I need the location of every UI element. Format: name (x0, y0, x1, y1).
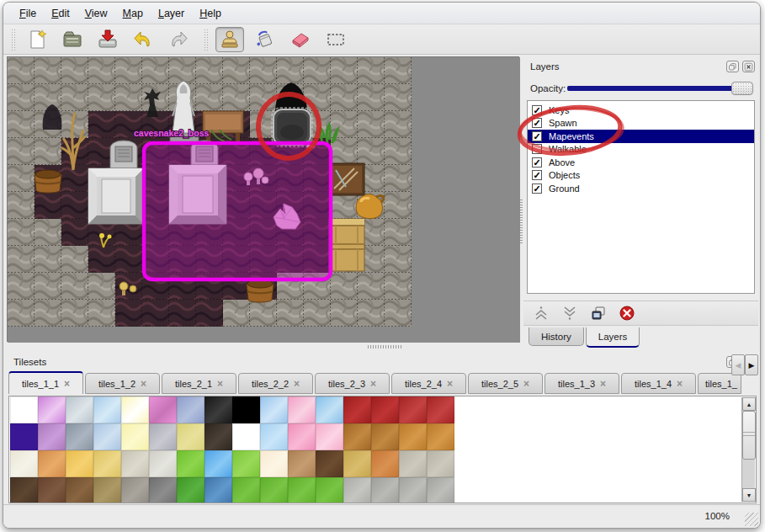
palette-tile[interactable] (66, 450, 93, 477)
menu-help[interactable]: Help (192, 5, 229, 22)
palette-tile[interactable] (343, 396, 371, 423)
palette-tile[interactable] (205, 477, 232, 503)
menu-view[interactable]: View (77, 5, 115, 22)
palette-tile[interactable] (10, 396, 38, 423)
tab-scroll-left-button[interactable]: ◀ (731, 354, 745, 375)
palette-tile[interactable] (93, 396, 121, 423)
opacity-slider-handle[interactable] (731, 82, 753, 95)
palette-tile[interactable] (205, 450, 232, 477)
map-canvas[interactable]: cavesnake2_boss (7, 56, 519, 342)
palette-tile[interactable] (343, 450, 371, 477)
menu-layer[interactable]: Layer (151, 5, 192, 22)
palette-tile[interactable] (288, 423, 316, 450)
move-layer-down-button[interactable] (560, 304, 579, 322)
select-tool-button[interactable] (321, 27, 350, 52)
palette-tile[interactable] (316, 423, 343, 450)
opacity-slider-track[interactable] (567, 86, 753, 91)
menu-map[interactable]: Map (115, 5, 151, 22)
palette-tile[interactable] (371, 423, 399, 450)
palette-tile[interactable] (288, 450, 316, 477)
close-panel-icon[interactable] (742, 61, 755, 72)
tab-close-icon[interactable]: × (294, 378, 300, 390)
palette-tile[interactable] (371, 396, 399, 423)
save-file-button[interactable] (93, 27, 122, 52)
palette-tile[interactable] (371, 477, 399, 503)
tileset-tab-tiles_1_1[interactable]: tiles_1_1× (8, 371, 83, 394)
tileset-tab-tiles_1[interactable]: tiles_1_ (698, 373, 741, 394)
stamp-tool-button[interactable] (215, 27, 244, 52)
palette-tile[interactable] (38, 423, 66, 450)
palette-tile[interactable] (121, 450, 149, 477)
layer-row-walkable[interactable]: Walkable (528, 143, 754, 157)
tab-close-icon[interactable]: × (141, 378, 146, 390)
tab-close-icon[interactable]: × (370, 378, 376, 390)
palette-tile[interactable] (260, 396, 288, 423)
palette-tile[interactable] (66, 423, 93, 450)
layer-row-objects[interactable]: ✓Objects (528, 169, 754, 183)
palette-tile[interactable] (316, 450, 343, 477)
palette-tile[interactable] (399, 477, 427, 503)
palette-tile[interactable] (232, 450, 260, 477)
palette-tile[interactable] (177, 477, 205, 503)
layer-row-above[interactable]: ✓Above (528, 156, 754, 169)
fill-tool-button[interactable] (251, 27, 279, 52)
move-layer-up-button[interactable] (532, 304, 550, 322)
tab-close-icon[interactable]: × (64, 378, 70, 390)
tileset-tab-tiles_2_5[interactable]: tiles_2_5× (468, 373, 543, 394)
layer-checkbox-checked[interactable]: ✓ (532, 118, 542, 128)
palette-tile[interactable] (427, 450, 454, 477)
layer-checkbox-unchecked[interactable] (532, 144, 542, 154)
palette-tile[interactable] (66, 396, 93, 423)
palette-tile[interactable] (260, 450, 288, 477)
palette-tile[interactable] (177, 396, 205, 423)
palette-scrollbar[interactable]: ▲ ▼ (741, 397, 755, 502)
palette-tile[interactable] (343, 423, 371, 450)
menu-file[interactable]: File (12, 5, 44, 22)
palette-tile[interactable] (177, 423, 205, 450)
palette-tile[interactable] (427, 423, 454, 450)
palette-tile[interactable] (316, 396, 343, 423)
palette-tile[interactable] (205, 423, 232, 450)
palette-tile[interactable] (288, 396, 316, 423)
layer-checkbox-checked[interactable]: ✓ (532, 157, 542, 168)
palette-tile[interactable] (343, 477, 371, 503)
palette-tile[interactable] (10, 450, 38, 477)
palette-tile[interactable] (93, 477, 121, 503)
palette-tile[interactable] (232, 396, 260, 423)
palette-tile[interactable] (260, 423, 288, 450)
tab-close-icon[interactable]: × (677, 378, 683, 390)
palette-tile[interactable] (371, 450, 399, 477)
palette-tile[interactable] (177, 450, 205, 477)
palette-tile[interactable] (427, 477, 454, 503)
eraser-tool-button[interactable] (286, 27, 315, 52)
palette-tile[interactable] (232, 477, 260, 503)
tab-close-icon[interactable]: × (217, 378, 223, 390)
tileset-tab-tiles_2_3[interactable]: tiles_2_3× (315, 373, 390, 394)
layer-checkbox-checked[interactable]: ✓ (532, 170, 542, 180)
dock-tab-history[interactable]: History (529, 327, 584, 346)
palette-tile[interactable] (121, 423, 149, 450)
toolbar-drag-handle[interactable] (204, 29, 210, 51)
redo-button[interactable] (164, 27, 193, 52)
palette-tile[interactable] (149, 423, 177, 450)
palette-tile[interactable] (66, 477, 93, 503)
palette-tile[interactable] (260, 477, 288, 503)
resize-grip[interactable] (745, 513, 758, 526)
palette-tile[interactable] (38, 396, 66, 423)
palette-tile[interactable] (427, 396, 454, 423)
palette-tile[interactable] (93, 423, 121, 450)
palette-tile[interactable] (399, 450, 427, 477)
palette-tile[interactable] (399, 396, 427, 423)
palette-tile[interactable] (149, 396, 177, 423)
undo-button[interactable] (129, 27, 157, 52)
layer-row-keys[interactable]: ✓Keys (528, 104, 754, 117)
menu-edit[interactable]: Edit (44, 5, 77, 22)
scrollbar-thumb[interactable] (742, 411, 756, 460)
tab-close-icon[interactable]: × (600, 378, 606, 390)
palette-tile[interactable] (205, 396, 232, 423)
tileset-tab-tiles_1_4[interactable]: tiles_1_4× (621, 373, 696, 394)
new-file-button[interactable] (23, 27, 51, 52)
layer-row-mapevents[interactable]: ✓Mapevents (528, 130, 754, 143)
delete-layer-button[interactable] (618, 304, 636, 322)
scroll-up-icon[interactable]: ▲ (742, 397, 756, 411)
